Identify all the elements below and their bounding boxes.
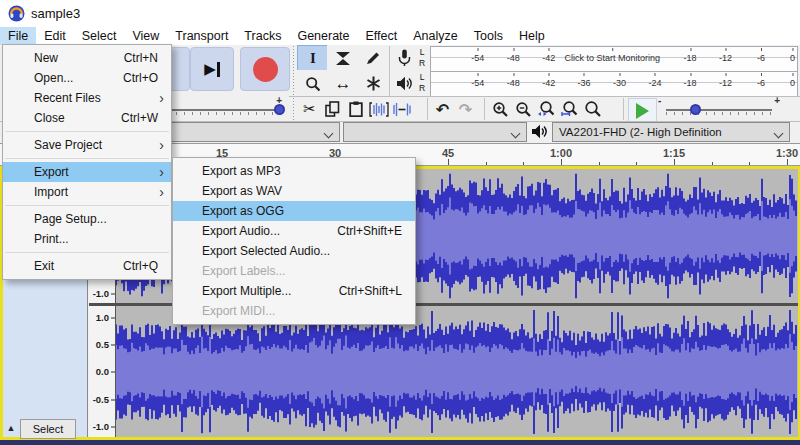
play-meter[interactable]: -54 -48 -42 -36 -30 -24 -18 -12 -6 0 [430, 71, 798, 97]
volume-knob[interactable] [274, 104, 285, 115]
plus-label: + [774, 95, 780, 106]
menu-item-label: Open... [3, 71, 73, 85]
menu-item-label: Import [3, 185, 68, 199]
fit-project-icon [560, 100, 579, 118]
play-at-speed-button[interactable] [628, 98, 657, 123]
zoom-tool-button[interactable] [297, 70, 329, 97]
menubar-item-generate[interactable]: Generate [289, 27, 357, 45]
file-menu-item-page-setup[interactable]: Page Setup... [3, 209, 171, 229]
menubar-item-edit[interactable]: Edit [36, 27, 74, 45]
zoom-toggle-button[interactable] [581, 98, 604, 120]
click-to-start-monitoring-text[interactable]: Click to Start Monitoring [564, 53, 660, 63]
file-menu-item-print[interactable]: Print... [3, 229, 171, 249]
zoom-out-icon [515, 101, 532, 118]
record-meter[interactable]: -54 -48 -42 Click to Start Monitoring -1… [430, 46, 798, 72]
menubar-item-tools[interactable]: Tools [466, 27, 511, 45]
file-menu-item-exit[interactable]: Exit Ctrl+Q [3, 256, 171, 276]
multi-tool-button[interactable] [357, 70, 389, 97]
copy-icon [325, 101, 340, 117]
menubar-item-effect[interactable]: Effect [358, 27, 406, 45]
undo-button[interactable]: ↶ [431, 98, 454, 120]
speaker-icon [531, 124, 548, 139]
play-meter-l-label: L [417, 72, 427, 83]
input-channels-dropdown[interactable] [343, 122, 527, 142]
silence-audio-button[interactable] [390, 98, 413, 120]
file-menu-item-close[interactable]: Close Ctrl+W [3, 108, 171, 128]
vruler-label: -0.5 [93, 394, 109, 405]
selection-tool-button[interactable]: I [297, 45, 329, 72]
menu-item-label: Recent Files [3, 91, 101, 105]
export-menu-item-export-multiple[interactable]: Export Multiple... Ctrl+Shift+L [173, 281, 415, 301]
title-bar: sample3 [0, 0, 800, 27]
menubar-item-help[interactable]: Help [511, 27, 553, 45]
menu-item-label: New [3, 51, 58, 65]
timeshift-tool-button[interactable]: ↔ [327, 70, 359, 97]
menubar-item-transport[interactable]: Transport [167, 27, 236, 45]
export-menu-item-export-audio[interactable]: Export Audio... Ctrl+Shift+E [173, 221, 415, 241]
menubar-item-tracks[interactable]: Tracks [236, 27, 289, 45]
file-menu-item-export[interactable]: Export › [3, 162, 171, 182]
menu-item-label: Print... [3, 232, 69, 246]
speed-knob[interactable] [690, 104, 701, 115]
menu-item-shortcut: Ctrl+N [124, 51, 171, 65]
menu-item-label: Export Labels... [173, 264, 285, 278]
chevron-down-icon [324, 129, 334, 139]
paste-button[interactable] [344, 98, 367, 120]
export-menu-item-wav[interactable]: Export as WAV [173, 181, 415, 201]
menu-separator [5, 252, 169, 253]
draw-tool-button[interactable] [357, 45, 389, 72]
zoom-out-button[interactable] [512, 98, 535, 120]
meter-tick-label: -54 [471, 53, 484, 63]
menubar-item-view[interactable]: View [124, 27, 167, 45]
submenu-arrow-icon: › [159, 137, 164, 153]
export-menu-item-mp3[interactable]: Export as MP3 [173, 161, 415, 181]
meter-tick-label: -42 [542, 78, 555, 88]
menubar-item-analyze[interactable]: Analyze [405, 27, 465, 45]
meter-tick-label: -42 [542, 53, 555, 63]
menu-item-shortcut: Ctrl+W [121, 111, 171, 125]
timeline-label: 45 [442, 147, 454, 159]
menu-item-label: Export Selected Audio... [173, 244, 330, 258]
zoom-toolbar [489, 98, 604, 120]
record-meter-button[interactable] [392, 46, 416, 70]
tools-toolbar-grip[interactable] [291, 46, 295, 96]
track-collapse-button[interactable]: ▲ [4, 421, 18, 434]
meter-tick-label: -54 [471, 78, 484, 88]
zoom-in-button[interactable] [489, 98, 512, 120]
play-speed-slider[interactable]: - + [658, 97, 780, 120]
menubar-item-file[interactable]: File [0, 27, 36, 45]
cut-button[interactable]: ✂ [298, 98, 321, 120]
output-device-dropdown[interactable]: VA2201-FHD (2- High Definition [552, 122, 790, 142]
file-menu-item-open[interactable]: Open... Ctrl+O [3, 68, 171, 88]
file-menu-item-save-project[interactable]: Save Project › [3, 135, 171, 155]
meter-tick-label: -30 [613, 78, 626, 88]
skip-to-end-button[interactable]: ▶ [190, 47, 234, 91]
copy-button[interactable] [321, 98, 344, 120]
play-meter-button[interactable] [392, 71, 416, 95]
export-menu-item-export-selected-audio[interactable]: Export Selected Audio... [173, 241, 415, 261]
paste-icon [349, 101, 363, 117]
submenu-arrow-icon: › [159, 90, 164, 106]
pencil-icon [365, 51, 381, 66]
play-meter-r-label: R [417, 83, 427, 94]
file-menu-item-import[interactable]: Import › [3, 182, 171, 202]
edit-toolbar-grip[interactable] [291, 98, 295, 120]
redo-button[interactable]: ↷ [454, 98, 477, 120]
file-menu-item-recent-files[interactable]: Recent Files › [3, 88, 171, 108]
export-menu-item-ogg[interactable]: Export as OGG [173, 201, 415, 221]
menubar-item-select[interactable]: Select [74, 27, 125, 45]
menu-item-label: Export Multiple... [173, 284, 291, 298]
timeline-label: 1:00 [550, 147, 572, 159]
fit-selection-button[interactable] [535, 98, 558, 120]
trim-audio-button[interactable] [367, 98, 390, 120]
play-at-speed-icon [636, 103, 649, 119]
vruler-label: 1.0 [96, 312, 109, 323]
record-button[interactable] [240, 47, 290, 91]
envelope-tool-button[interactable] [327, 45, 359, 72]
fit-project-button[interactable] [558, 98, 581, 120]
export-submenu: Export as MP3 Export as WAV Export as OG… [172, 157, 416, 325]
zoom-toggle-icon [584, 100, 602, 118]
meter-tick-label: -48 [507, 53, 520, 63]
track-select-button[interactable]: Select [20, 419, 76, 439]
file-menu-item-new[interactable]: New Ctrl+N [3, 48, 171, 68]
